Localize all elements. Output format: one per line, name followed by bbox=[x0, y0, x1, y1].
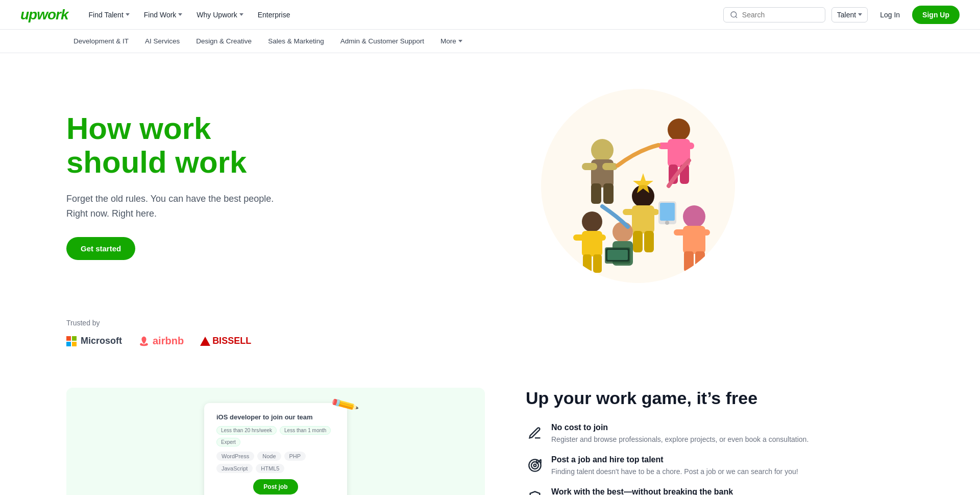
filter-tag: Less than 20 hrs/week bbox=[216, 426, 277, 435]
microsoft-grid-icon bbox=[66, 336, 77, 346]
trusted-logos: Microsoft airbnb BISSELL bbox=[66, 335, 914, 347]
job-card-title: iOS developer to join our team bbox=[216, 413, 335, 421]
svg-rect-27 bbox=[644, 231, 654, 252]
logo-text: upwork bbox=[20, 7, 68, 22]
skill-tag: Node bbox=[257, 452, 281, 461]
nav-find-work[interactable]: Find Work bbox=[138, 7, 189, 23]
hero-content: How work should work Forget the old rule… bbox=[66, 112, 362, 261]
search-input[interactable] bbox=[742, 11, 819, 19]
chevron-down-icon bbox=[858, 13, 862, 16]
svg-rect-13 bbox=[680, 143, 694, 149]
filter-tag: Less than 1 month bbox=[280, 426, 331, 435]
svg-rect-20 bbox=[583, 254, 592, 273]
subnav-more[interactable]: More bbox=[433, 33, 470, 49]
svg-rect-9 bbox=[603, 183, 614, 204]
svg-rect-35 bbox=[674, 229, 687, 235]
trusted-section: Trusted by Microsoft airbnb BISSELL bbox=[0, 319, 980, 367]
svg-point-0 bbox=[731, 12, 737, 17]
get-started-button[interactable]: Get started bbox=[66, 237, 135, 260]
chevron-down-icon bbox=[126, 13, 130, 16]
svg-point-10 bbox=[668, 119, 690, 141]
bottom-illustration: ✏️ iOS developer to join our team Less t… bbox=[66, 388, 485, 495]
skill-tag: PHP bbox=[284, 452, 306, 461]
svg-rect-36 bbox=[697, 229, 710, 235]
feature-text: No cost to join Register and browse prof… bbox=[551, 423, 808, 445]
svg-rect-41 bbox=[660, 203, 675, 221]
skill-tag: WordPress bbox=[216, 452, 254, 461]
hero-title: How work should work bbox=[66, 112, 362, 179]
svg-point-28 bbox=[612, 222, 633, 242]
hero-subtitle: Forget the old rules. You can have the b… bbox=[66, 192, 362, 221]
skill-tag: HTML5 bbox=[256, 464, 284, 473]
svg-rect-8 bbox=[591, 183, 601, 204]
svg-rect-12 bbox=[658, 143, 673, 149]
airbnb-icon bbox=[138, 336, 150, 347]
subnav-admin[interactable]: Admin & Customer Support bbox=[333, 33, 431, 49]
svg-line-1 bbox=[736, 16, 737, 18]
svg-rect-37 bbox=[684, 251, 694, 272]
microsoft-logo: Microsoft bbox=[66, 336, 122, 346]
trusted-label: Trusted by bbox=[66, 319, 914, 327]
nav-actions: Talent Log In Sign Up bbox=[723, 6, 960, 24]
hero-section: How work should work Forget the old rule… bbox=[0, 53, 980, 319]
signup-button[interactable]: Sign Up bbox=[912, 6, 960, 24]
svg-rect-32 bbox=[607, 250, 628, 260]
subnav-sales[interactable]: Sales & Marketing bbox=[261, 33, 331, 49]
feature-list: No cost to join Register and browse prof… bbox=[526, 423, 914, 495]
filter-tag: Expert bbox=[216, 438, 240, 446]
pencil-icon bbox=[526, 424, 544, 442]
feature-text: Work with the best—without breaking the … bbox=[551, 487, 828, 495]
svg-rect-18 bbox=[573, 234, 586, 241]
post-job-button[interactable]: Post job bbox=[253, 479, 298, 494]
airbnb-logo: airbnb bbox=[138, 335, 184, 347]
job-card-mock: ✏️ iOS developer to join our team Less t… bbox=[204, 403, 347, 495]
bissell-logo: BISSELL bbox=[200, 336, 251, 346]
search-bar[interactable] bbox=[723, 7, 825, 22]
sub-nav: Development & IT AI Services Design & Cr… bbox=[0, 30, 980, 53]
feature-item-post-job: Post a job and hire top talent Finding t… bbox=[526, 455, 914, 477]
svg-rect-24 bbox=[623, 209, 636, 215]
bottom-title: Up your work game, it’s free bbox=[526, 388, 914, 409]
svg-rect-7 bbox=[602, 163, 618, 170]
feature-item-no-cost: No cost to join Register and browse prof… bbox=[526, 423, 914, 445]
bottom-content: Up your work game, it’s free No cost to … bbox=[526, 388, 914, 495]
job-card-tags: WordPress Node PHP JavaScript HTML5 bbox=[216, 452, 335, 473]
chevron-down-icon bbox=[458, 40, 462, 42]
hero-illustration bbox=[362, 84, 914, 288]
subnav-development[interactable]: Development & IT bbox=[66, 33, 136, 49]
nav-why-upwork[interactable]: Why Upwork bbox=[190, 7, 249, 23]
svg-point-42 bbox=[665, 221, 669, 225]
svg-point-3 bbox=[541, 89, 735, 283]
svg-rect-38 bbox=[695, 251, 705, 272]
svg-rect-26 bbox=[633, 231, 643, 252]
bissell-triangle-icon bbox=[200, 337, 210, 346]
logo[interactable]: upwork bbox=[20, 7, 68, 23]
talent-dropdown[interactable]: Talent bbox=[831, 7, 868, 22]
hero-svg bbox=[536, 84, 740, 288]
svg-rect-6 bbox=[582, 163, 597, 170]
svg-rect-19 bbox=[593, 234, 606, 241]
shield-icon bbox=[526, 488, 544, 495]
svg-point-45 bbox=[534, 464, 536, 466]
login-button[interactable]: Log In bbox=[874, 7, 906, 23]
svg-point-16 bbox=[582, 211, 602, 232]
search-icon bbox=[730, 11, 738, 19]
chevron-down-icon bbox=[239, 13, 243, 16]
skill-tag: JavaScript bbox=[216, 464, 253, 473]
header: upwork Find Talent Find Work Why Upwork … bbox=[0, 0, 980, 30]
svg-rect-21 bbox=[593, 254, 602, 273]
main-nav: Find Talent Find Work Why Upwork Enterpr… bbox=[83, 7, 723, 23]
svg-point-33 bbox=[683, 205, 705, 228]
nav-find-talent[interactable]: Find Talent bbox=[83, 7, 136, 23]
svg-rect-25 bbox=[646, 209, 659, 215]
subnav-design[interactable]: Design & Creative bbox=[189, 33, 259, 49]
target-icon bbox=[526, 456, 544, 475]
subnav-ai[interactable]: AI Services bbox=[138, 33, 187, 49]
feature-text: Post a job and hire top talent Finding t… bbox=[551, 455, 798, 477]
bottom-section: ✏️ iOS developer to join our team Less t… bbox=[0, 367, 980, 495]
feature-item-shield: Work with the best—without breaking the … bbox=[526, 487, 914, 495]
chevron-down-icon bbox=[178, 13, 182, 16]
nav-enterprise[interactable]: Enterprise bbox=[252, 7, 297, 23]
svg-point-4 bbox=[591, 139, 614, 161]
